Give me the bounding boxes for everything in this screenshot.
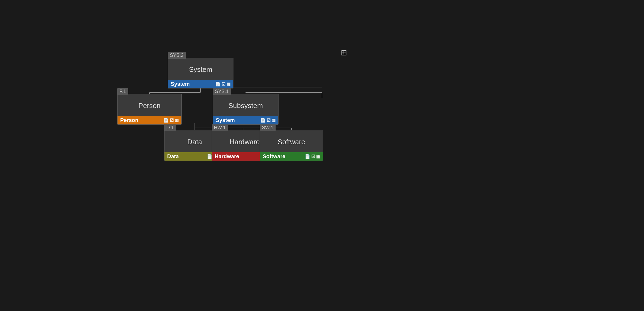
node-software-id: SW.1 (260, 124, 276, 131)
checklist-icon2: ☑ (170, 118, 174, 123)
node-subsystem-id: SYS.1 (213, 88, 231, 95)
table-icon6: ▦ (316, 154, 320, 159)
node-subsystem-title: Subsystem (213, 94, 278, 116)
node-subsystem-footer-icons: 📄 ☑ ▦ (260, 118, 276, 123)
node-system-footer-icons: 📄 ☑ ▦ (215, 82, 230, 87)
node-software-title: Software (260, 130, 323, 152)
node-subsystem-footer[interactable]: System 📄 ☑ ▦ (213, 116, 278, 124)
node-person-footer-icons: 📄 ☑ ▦ (163, 118, 179, 123)
node-software-footer-icons: 📄 ☑ ▦ (305, 154, 320, 159)
doc-icon4: 📄 (207, 154, 212, 159)
doc-icon3: 📄 (260, 118, 266, 123)
node-person-id: P.1 (117, 88, 128, 95)
node-data-footer-label: Data (167, 153, 179, 160)
node-person-footer-label: Person (120, 117, 138, 123)
node-system-footer[interactable]: System 📄 ☑ ▦ (168, 80, 233, 88)
node-person-footer[interactable]: Person 📄 ☑ ▦ (118, 116, 181, 124)
node-subsystem-footer-label: System (216, 117, 235, 123)
node-hardware-footer-label: Hardware (215, 153, 239, 160)
doc-icon2: 📄 (163, 118, 169, 123)
node-data-id: D.1 (164, 124, 176, 131)
checklist-icon6: ☑ (311, 154, 315, 159)
node-software-footer-label: Software (263, 153, 285, 160)
node-software[interactable]: SW.1 Software Software 📄 ☑ ▦ (260, 130, 323, 161)
table-icon: ▦ (226, 82, 230, 87)
node-subsystem[interactable]: SYS.1 Subsystem System 📄 ☑ ▦ (213, 94, 279, 125)
node-system[interactable]: SYS.2 System System 📄 ☑ ▦ (168, 58, 233, 88)
node-system-footer-label: System (171, 81, 190, 87)
doc-icon: 📄 (215, 82, 221, 87)
doc-icon6: 📄 (305, 154, 310, 159)
checklist-icon3: ☑ (267, 118, 270, 123)
node-person[interactable]: P.1 Person Person 📄 ☑ ▦ (117, 94, 182, 125)
table-icon2: ▦ (175, 118, 179, 123)
diagram-container: ⊞ SYS.2 System System 📄 ☑ ▦ P.1 Person P… (0, 0, 644, 311)
node-software-footer[interactable]: Software 📄 ☑ ▦ (260, 152, 323, 161)
node-person-title: Person (118, 94, 181, 116)
checklist-icon: ☑ (222, 82, 225, 87)
table-icon3: ▦ (272, 118, 276, 123)
hierarchy-icon: ⊞ (341, 48, 347, 57)
node-system-id: SYS.2 (168, 52, 186, 59)
node-system-title: System (168, 58, 233, 80)
node-hardware-id: HW.1 (212, 124, 228, 131)
